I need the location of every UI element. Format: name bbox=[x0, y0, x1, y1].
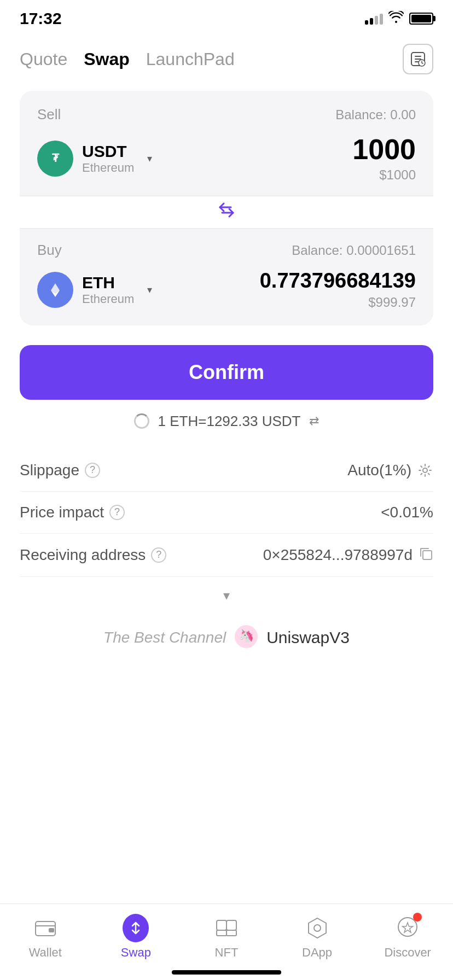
swap-card: Sell Balance: 0.00 ₮ USDT Ethereum ▾ 100… bbox=[20, 91, 433, 325]
svg-rect-10 bbox=[49, 928, 54, 932]
rate-text: 1 ETH=1292.33 USDT bbox=[158, 413, 301, 430]
info-section: Slippage ? Auto(1%) Price impact ? <0.01… bbox=[0, 450, 453, 577]
usdt-logo: ₮ bbox=[37, 141, 73, 177]
expand-row[interactable]: ▾ bbox=[0, 577, 453, 614]
sell-token-chevron: ▾ bbox=[147, 153, 152, 165]
home-indicator bbox=[172, 970, 281, 975]
rate-swap-icon[interactable]: ⇄ bbox=[309, 414, 319, 428]
nav-item-swap[interactable]: Swap bbox=[91, 915, 182, 960]
swap-nav-label: Swap bbox=[121, 946, 151, 960]
tab-quote[interactable]: Quote bbox=[20, 49, 67, 69]
wallet-icon bbox=[32, 915, 59, 941]
buy-token-chevron: ▾ bbox=[147, 284, 152, 296]
status-icons bbox=[365, 11, 433, 26]
sell-token-selector[interactable]: ₮ USDT Ethereum ▾ bbox=[37, 141, 152, 177]
receiving-address-row: Receiving address ? 0×255824...9788997d bbox=[20, 534, 433, 577]
bottom-nav: Wallet Swap NFT bbox=[0, 903, 453, 980]
status-bar: 17:32 bbox=[0, 0, 453, 33]
swap-direction-button[interactable] bbox=[211, 197, 242, 228]
svg-text:🦄: 🦄 bbox=[239, 628, 254, 643]
slippage-help[interactable]: ? bbox=[85, 463, 100, 478]
copy-address-icon[interactable] bbox=[418, 546, 433, 564]
sell-token-info: USDT Ethereum bbox=[82, 142, 134, 175]
battery-icon bbox=[409, 13, 433, 25]
eth-logo bbox=[37, 272, 73, 308]
best-channel-section: The Best Channel 🦄 UniswapV3 bbox=[0, 614, 453, 672]
buy-amount: 0.773796684139 bbox=[260, 270, 416, 293]
svg-rect-6 bbox=[423, 551, 432, 559]
swap-divider bbox=[20, 196, 433, 229]
sell-section: Sell Balance: 0.00 ₮ USDT Ethereum ▾ 100… bbox=[20, 91, 433, 196]
nft-nav-label: NFT bbox=[215, 946, 239, 960]
receiving-address-value[interactable]: 0×255824...9788997d bbox=[263, 546, 433, 564]
discover-icon bbox=[394, 915, 421, 941]
buy-token-chain: Ethereum bbox=[82, 292, 134, 306]
svg-rect-15 bbox=[226, 930, 236, 936]
wifi-icon bbox=[388, 11, 404, 26]
expand-chevron-icon: ▾ bbox=[223, 588, 230, 603]
slippage-label: Slippage ? bbox=[20, 462, 100, 479]
buy-section: Buy Balance: 0.00001651 ETH Ethereum ▾ bbox=[20, 229, 433, 325]
svg-rect-12 bbox=[217, 920, 226, 930]
receiving-address-help[interactable]: ? bbox=[151, 547, 166, 563]
tab-swap[interactable]: Swap bbox=[84, 49, 130, 69]
buy-usd: $999.97 bbox=[368, 295, 416, 310]
price-impact-label: Price impact ? bbox=[20, 504, 125, 521]
sell-amount[interactable]: 1000 bbox=[352, 134, 416, 165]
top-nav: Quote Swap LaunchPad bbox=[0, 33, 453, 85]
sell-balance: Balance: 0.00 bbox=[335, 107, 416, 122]
buy-balance: Balance: 0.00001651 bbox=[292, 243, 416, 258]
receiving-address-label: Receiving address ? bbox=[20, 546, 166, 564]
slippage-value: Auto(1%) bbox=[347, 462, 433, 479]
sell-amount-col: 1000 $1000 bbox=[352, 134, 416, 183]
buy-label: Buy bbox=[37, 242, 62, 259]
history-button[interactable] bbox=[403, 44, 433, 74]
svg-rect-13 bbox=[226, 920, 236, 930]
nav-item-dapp[interactable]: DApp bbox=[272, 915, 363, 960]
dapp-nav-label: DApp bbox=[302, 946, 332, 960]
buy-token-name: ETH bbox=[82, 273, 134, 292]
sell-token-chain: Ethereum bbox=[82, 161, 134, 175]
svg-rect-14 bbox=[217, 930, 226, 936]
buy-token-selector[interactable]: ETH Ethereum ▾ bbox=[37, 272, 152, 308]
svg-point-16 bbox=[314, 925, 321, 931]
sell-usd: $1000 bbox=[379, 167, 416, 183]
slippage-gear-icon[interactable] bbox=[417, 462, 433, 479]
tab-launchpad[interactable]: LaunchPad bbox=[146, 49, 235, 69]
swap-icon bbox=[123, 915, 149, 941]
swap-arrows-icon bbox=[216, 199, 237, 226]
channel-name: UniswapV3 bbox=[266, 628, 350, 647]
price-impact-row: Price impact ? <0.01% bbox=[20, 492, 433, 534]
signal-icon bbox=[365, 13, 383, 25]
buy-amount-col: 0.773796684139 $999.97 bbox=[260, 270, 416, 310]
wallet-nav-label: Wallet bbox=[29, 946, 62, 960]
dapp-icon bbox=[304, 915, 330, 941]
sell-token-name: USDT bbox=[82, 142, 134, 161]
discover-nav-label: Discover bbox=[384, 946, 431, 960]
sell-label: Sell bbox=[37, 106, 61, 123]
svg-point-5 bbox=[423, 468, 427, 472]
slippage-row: Slippage ? Auto(1%) bbox=[20, 450, 433, 492]
rate-spinner bbox=[134, 413, 149, 429]
nav-item-discover[interactable]: Discover bbox=[362, 915, 453, 960]
buy-token-info: ETH Ethereum bbox=[82, 273, 134, 306]
price-impact-value: <0.01% bbox=[381, 504, 433, 521]
rate-row: 1 ETH=1292.33 USDT ⇄ bbox=[0, 413, 453, 430]
nav-item-nft[interactable]: NFT bbox=[181, 915, 272, 960]
price-impact-help[interactable]: ? bbox=[109, 505, 125, 520]
nav-item-wallet[interactable]: Wallet bbox=[0, 915, 91, 960]
status-time: 17:32 bbox=[20, 9, 62, 28]
svg-text:₮: ₮ bbox=[52, 152, 60, 164]
uniswap-icon: 🦄 bbox=[235, 625, 258, 650]
nft-icon bbox=[213, 915, 240, 941]
confirm-button[interactable]: Confirm bbox=[20, 345, 433, 400]
discover-badge-dot bbox=[413, 913, 422, 921]
channel-label: The Best Channel bbox=[103, 629, 226, 646]
